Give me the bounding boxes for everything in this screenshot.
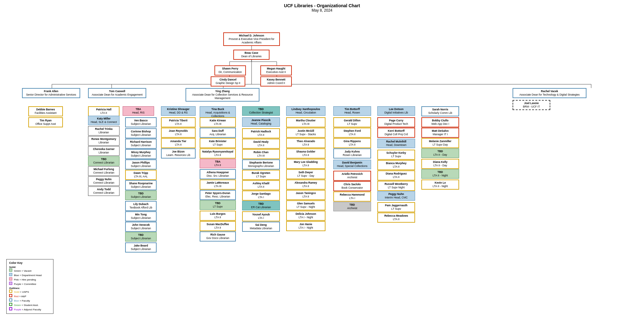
box-shrauger: Kristine Shrauger Head, DD & RS [161, 106, 196, 116]
box-lamoreaux: Jamie LaMoreaux LTA III [200, 180, 236, 190]
box-samuels: Glen Samuels LT Supv - Night [286, 200, 325, 210]
key-blue: Blue = Department Head [9, 273, 51, 277]
box-tba-ris: TBA Head, RIS [123, 106, 154, 116]
box-bertone: Stephanie Bertone Monographs Librarian [242, 159, 280, 169]
key-blue-outline: Blue = Faculty [9, 298, 51, 302]
box-ogreten: Burak Ogreten LT Supv [242, 170, 280, 180]
box-bennett: Kasey Bennett Admin Coord II [260, 76, 292, 86]
box-benjamin: David Benjamin Head, Special Collections [333, 160, 371, 169]
box-curry: Page Curry Digital Product Tech [377, 117, 415, 127]
box-ciullo: Bobby Ciullo Web App Dev I [421, 117, 459, 127]
box-tier: Amanda Tier LTA II [161, 138, 196, 148]
title-section: UCF Libraries - Organizational Chart May… [3, 3, 641, 13]
box-kelly: Diana Kelly LTA II - Day [421, 159, 459, 169]
box-tiberii: Patricia Tiberii LTA II [161, 117, 196, 127]
box-tong: Min Tong Subject Librarian [125, 211, 157, 221]
box-hanie: Jon Hanie LTA I - Night [286, 221, 325, 231]
box-barnes: Debbie Barnes Facilities Assistant [28, 106, 63, 116]
box-cloutier: Martha Cloutier LTA III [286, 117, 325, 127]
box-tbd-er: TBD ER Cat Librarian [242, 201, 280, 210]
box-johnson: Michael D. Johnson Provost & Executive V… [223, 32, 280, 46]
box-tbd-day: TBD LTA II - Day [421, 148, 459, 158]
color-key: Color Key Solid: Green = Vacant Blue = D… [6, 259, 53, 314]
box-chan: Robin Chan LTA III [242, 149, 280, 159]
box-tbd-lt: TBD LT Supv [200, 200, 236, 210]
color-key-heading: Color Key [9, 261, 51, 264]
box-petrovich: Arielle Petrovich Archivist [333, 171, 371, 181]
box-tbd-connect: TBD Connect Librarian [88, 156, 119, 166]
box-tbd-arch: TBD Archivist [333, 202, 371, 211]
box-khalil: Ashley Khalil LTA II [242, 180, 280, 190]
key-purple-outline: Purple = Adjunct Faculty [9, 307, 51, 311]
box-hammond: Rebecca Hammond LTA I [333, 192, 371, 202]
box-roopnarine: Shane Roopnarine Subject Librarian [125, 180, 157, 190]
box-tbd-subj: TBD Subject Librarian [125, 191, 157, 200]
key-green: Green = Vacant [9, 269, 51, 272]
box-hadlock: Patrick Hadlock LTA II [242, 128, 280, 138]
box-vacek: Rachel Vacek Associate Dean for Technolo… [513, 88, 586, 98]
key-green-outline: Green = Student Asst. [9, 303, 51, 307]
box-rodriguez: Diana Rodriguez LTA II [377, 170, 415, 180]
box-jaggernauth: Pam Jaggernauth LT Supv [377, 202, 415, 212]
box-gladding: Mary Lee Gladding LTA II [286, 159, 325, 169]
box-haught: Megan Haught Executive Asst II [260, 65, 292, 75]
page: UCF Libraries - Organizational Chart May… [0, 0, 644, 320]
chart-date: May 8, 2024 [3, 8, 641, 13]
box-dillon: Gerald Dillon LT Supv [333, 117, 371, 127]
box-tripp: Dawn Tripp LTA III, AAL [125, 170, 157, 180]
box-reynolds: Joan Reynolds LTA II [161, 128, 196, 138]
box-saclolo: Chris Saclolo Book Conservator [333, 181, 371, 191]
box-dancel: Cindy Dancel Graphic Design Sp II [211, 76, 245, 86]
box-bizon: Joe Bizon Learn. Resorces Lib [161, 148, 196, 158]
box-le: Kevin Le LTA II - Night [421, 180, 459, 190]
key-red-outline: Red = A&P [9, 294, 51, 298]
box-ryasn: Natalya Ryasnyanskayal LTA II [200, 148, 236, 158]
box-caswell: Tom Caswell Associate Dean for Academic … [88, 88, 146, 98]
box-dubach: Lily Dubach Textbook Afford Lib [125, 201, 157, 211]
box-bottorff-k: Kerri Bottorff Digital Coll Proj Crd [377, 128, 415, 138]
box-spyers: Peter Spyers-Duran Elec. Resc. Librarian [200, 190, 236, 200]
box-healy: David Healy LTA II [242, 139, 280, 149]
box-kerby: Schuyler Kerby LT Supv [377, 150, 415, 160]
box-montgomery: Renee Montgomery Librarian [88, 136, 119, 146]
box-norris: Sarah Norris Scholarly Comm Lib [421, 106, 459, 116]
box-rippens: Gina Rippens LTA II [333, 138, 371, 148]
box-murphey-b: Bianca Murphey LTA II [377, 160, 415, 170]
box-kirwan: Katie Kirwan LTA III [200, 117, 236, 127]
box-murphey: Missy Murphey Subject Librarian [125, 149, 157, 159]
box-golder: Shauna Golder LTA II [286, 148, 325, 158]
box-harrison: Richard Harrison Subject Librarian [125, 139, 157, 149]
box-zanmiller: Melanie Zanmiller LT Supv Day [421, 138, 459, 148]
box-nuhn2: Peggy Nuhn Interim Head, CMC [377, 191, 415, 201]
outline-heading: Outlines: [9, 287, 51, 290]
box-mulvihill: Rachel Mulvihill Head, Downtown [377, 139, 415, 148]
box-phillips: Jason Phillips Subject Librarian [125, 159, 157, 169]
box-macduffee: Susan MacDuffee LTA II [200, 221, 236, 231]
box-westberry: Russell Westberry LT Supv Night [377, 181, 415, 191]
box-todd: Andy Todd Connect Librarian [88, 186, 119, 196]
box-perry: Shawn Perry Dir, Communication [214, 65, 246, 75]
org-chart: Michael D. Johnson Provost & Executive V… [3, 15, 641, 317]
chart-title: UCF Libraries - Organizational Chart [3, 3, 641, 8]
box-bishop: Corinne Bishop Subject Librarian [125, 128, 157, 138]
box-zhang: Ying Zhang Associate Dean for Collection… [186, 88, 259, 102]
solid-heading: Solid: [9, 266, 51, 269]
box-case: Beau Case Dean of Libraries [233, 50, 269, 60]
box-venecek: John Venecek Subject Librarian [125, 222, 157, 232]
key-gold-outline: Gold = USPS [9, 290, 51, 293]
box-ryan: Tim Ryan Office Suppt Asst [28, 117, 63, 127]
box-allen: Frank Allen Senior Director for Administ… [22, 88, 80, 98]
box-santiago: Jorge Santiago LTA I [242, 191, 280, 201]
box-dotson: Lee Dotson Digital Initiatives Lib [377, 106, 415, 116]
box-kuhns: Judy Kuhns Rosen Librarian [333, 148, 371, 158]
box-beard: Jake Beard Subject Librarian [125, 242, 157, 253]
box-brinister: Kate Brinister LT Supv [200, 138, 236, 148]
box-alvarado: Theo Alvarado LTA II [286, 138, 325, 148]
box-mcgill: Justin McGill LT Supv - Stacks [286, 128, 325, 138]
box-taningco: Jason Taningco LTA II [286, 190, 325, 200]
key-pink: Pink = Hire pending [9, 277, 51, 281]
box-johnson-d: Delicia Johnson LTA I - Night [286, 211, 325, 221]
box-basco: Ven Basco Subject Librarian [125, 117, 157, 127]
box-tba-acq: TBA LTA II [200, 159, 236, 168]
box-duff: Sara Duff Acq. Librarian [200, 128, 236, 138]
